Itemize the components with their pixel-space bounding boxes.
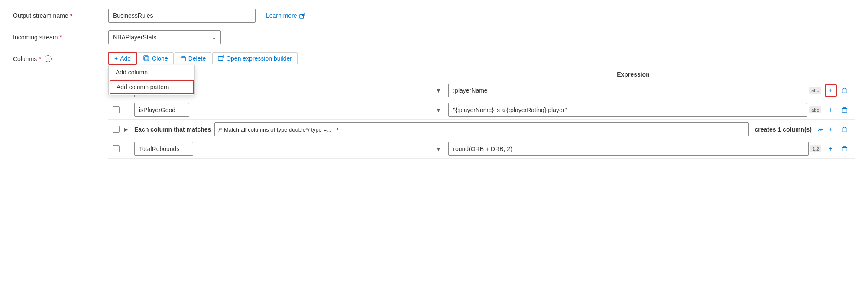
- row1-add-button[interactable]: +: [825, 84, 837, 97]
- columns-toolbar: + Add Clone: [108, 52, 855, 65]
- row1-expr-wrapper: abc: [448, 84, 821, 97]
- row3-pattern-content: Each column that matches /* Match all co…: [134, 122, 825, 136]
- row2-actions: +: [825, 104, 855, 116]
- row3-checkbox[interactable]: [113, 126, 120, 133]
- pattern-expr-text: /* Match all columns of type double*/ ty…: [218, 126, 331, 133]
- row2-add-button[interactable]: +: [825, 104, 837, 116]
- delete-icon: [180, 55, 186, 62]
- pattern-row: ▶ Each column that matches /* Match all …: [108, 120, 855, 139]
- delete-button[interactable]: Delete: [175, 52, 211, 64]
- columns-content: + Add Clone: [108, 52, 855, 159]
- row3-actions: +: [825, 123, 855, 135]
- clone-button[interactable]: Clone: [138, 52, 174, 64]
- row2-trash-icon: [842, 107, 848, 113]
- row1-actions: +: [825, 84, 855, 97]
- svg-rect-20: [842, 128, 847, 132]
- pattern-expr-button[interactable]: /* Match all columns of type double*/ ty…: [214, 122, 748, 136]
- row1-trash-icon: [842, 87, 848, 93]
- row4-expr-wrapper: 1.2: [448, 142, 821, 156]
- row4-check-col: [108, 145, 124, 152]
- incoming-required-star: *: [59, 34, 62, 41]
- row2-expr-wrapper: abc: [448, 103, 821, 117]
- columns-label: Columns * i: [13, 52, 108, 62]
- plus-icon: +: [114, 55, 118, 62]
- row2-name-select[interactable]: isPlayerGood: [134, 103, 189, 117]
- add-column-item[interactable]: Add column: [109, 65, 194, 79]
- row4-checkbox[interactable]: [113, 145, 120, 152]
- incoming-stream-select[interactable]: NBAPlayerStats: [108, 30, 221, 44]
- row1-chevron-icon: ▼: [435, 87, 441, 94]
- svg-rect-25: [842, 148, 847, 151]
- row4-chevron-icon: ▼: [435, 145, 441, 152]
- row2-checkbox[interactable]: [113, 106, 120, 113]
- clone-icon: [143, 55, 150, 62]
- table-header: Expression: [108, 68, 855, 81]
- external-link-icon: [299, 13, 305, 19]
- columns-info-icon[interactable]: i: [45, 55, 52, 62]
- add-column-pattern-item[interactable]: Add column pattern: [110, 80, 194, 94]
- add-dropdown-menu: Add column Add column pattern: [108, 65, 195, 95]
- incoming-stream-label: Incoming stream *: [13, 34, 108, 41]
- learn-more-link[interactable]: Learn more: [266, 12, 305, 19]
- incoming-stream-select-wrapper: NBAPlayerStats ⌄: [108, 30, 221, 44]
- output-stream-input[interactable]: [108, 9, 256, 23]
- pattern-collapse-icon[interactable]: ⤔: [818, 126, 823, 133]
- row4-add-button[interactable]: +: [825, 143, 837, 155]
- pattern-each-column-label: Each column that matches: [134, 126, 211, 133]
- row4-actions: +: [825, 143, 855, 155]
- svg-rect-10: [842, 89, 847, 93]
- row3-delete-button[interactable]: [839, 123, 851, 135]
- svg-rect-15: [842, 109, 847, 113]
- row3-trash-icon: [842, 126, 848, 132]
- row3-expand-col: ▶: [124, 126, 134, 132]
- row1-expr-input[interactable]: [448, 84, 807, 97]
- open-expression-icon: [218, 55, 224, 61]
- svg-rect-9: [218, 57, 223, 61]
- row4-trash-icon: [842, 146, 848, 152]
- header-actions-col: [820, 71, 855, 78]
- svg-rect-4: [181, 57, 185, 61]
- header-expression-col: Expression: [446, 71, 820, 78]
- pattern-expand-icon: ⋮: [335, 126, 340, 133]
- table-row: isPlayerGood ▼ abc +: [108, 100, 855, 120]
- table-row: TotalRebounds ▼ 1.2 +: [108, 139, 855, 159]
- row4-delete-button[interactable]: [839, 143, 851, 155]
- row1-delete-button[interactable]: [839, 84, 851, 97]
- row4-name-wrapper: TotalRebounds ▼: [134, 142, 445, 156]
- row4-name-select[interactable]: TotalRebounds: [134, 142, 193, 156]
- add-button[interactable]: + Add: [108, 52, 137, 65]
- required-star: *: [70, 12, 72, 19]
- creates-column-label: creates 1 column(s): [755, 126, 812, 133]
- row2-delete-button[interactable]: [839, 104, 851, 116]
- columns-required-star: *: [39, 55, 41, 62]
- row2-name-wrapper: isPlayerGood ▼: [134, 103, 445, 117]
- row2-type-badge: abc: [809, 106, 821, 113]
- output-stream-label: Output stream name *: [13, 12, 108, 19]
- row3-expand-arrow-icon[interactable]: ▶: [124, 126, 128, 132]
- row2-expr-input[interactable]: [448, 103, 807, 117]
- row1-type-badge: abc: [809, 87, 821, 94]
- row3-check-col: [108, 126, 124, 133]
- row4-type-badge: 1.2: [810, 145, 821, 152]
- row2-check-col: [108, 106, 124, 113]
- table-row: playerName ▼ abc +: [108, 81, 855, 100]
- row2-chevron-icon: ▼: [435, 106, 441, 113]
- row4-expr-input[interactable]: [448, 142, 808, 156]
- open-expression-builder-button[interactable]: Open expression builder: [212, 52, 298, 64]
- row3-add-button[interactable]: +: [825, 123, 837, 135]
